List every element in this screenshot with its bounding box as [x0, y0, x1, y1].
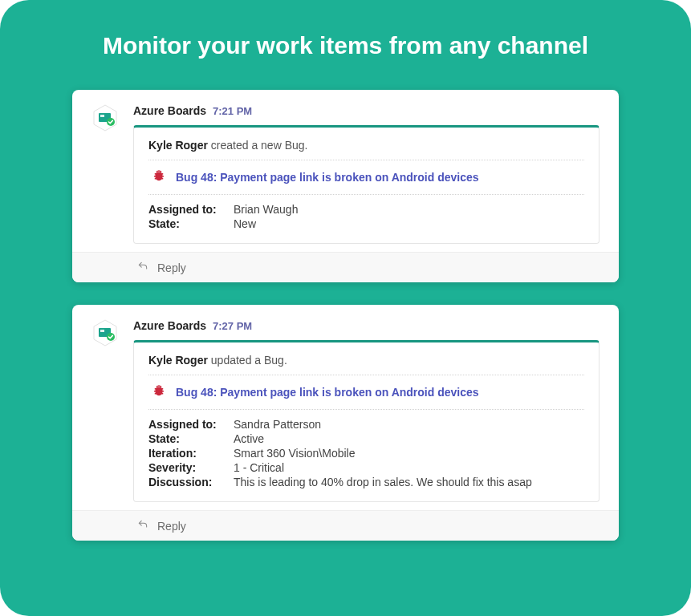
bug-icon [152, 383, 166, 401]
divider [148, 375, 584, 375]
reply-button[interactable]: Reply [72, 510, 619, 541]
field-value-iteration: Smart 360 Vision\Mobile [234, 447, 584, 460]
reply-arrow-icon [136, 261, 149, 274]
field-label-discussion: Discussion: [148, 476, 234, 488]
azure-boards-icon [91, 104, 119, 132]
field-label-state: State: [148, 432, 234, 445]
bug-icon [152, 168, 166, 186]
field-label-iteration: Iteration: [148, 447, 234, 460]
app-avatar [91, 104, 119, 132]
bug-link[interactable]: Bug 48: Payment page link is broken on A… [176, 171, 479, 184]
page-title: Monitor your work items from any channel [72, 32, 619, 59]
reply-label: Reply [157, 520, 186, 533]
actor-name: Kyle Roger [148, 139, 208, 152]
actor-name: Kyle Roger [148, 354, 208, 367]
divider [148, 409, 584, 410]
message-timestamp: 7:21 PM [213, 105, 252, 117]
activity-line: Kyle Roger created a new Bug. [148, 139, 584, 152]
field-value-assigned: Brian Waugh [234, 203, 584, 216]
app-name: Azure Boards [133, 319, 206, 332]
svg-rect-2 [100, 115, 104, 117]
field-value-state: New [234, 217, 584, 230]
field-value-state: Active [234, 432, 584, 445]
promo-frame: Monitor your work items from any channel… [0, 0, 691, 616]
message-timestamp: 7:27 PM [213, 320, 252, 332]
fields-grid: Assigned to: Brian Waugh State: New [148, 203, 584, 230]
field-value-assigned: Sandra Patterson [234, 418, 584, 431]
field-label-severity: Severity: [148, 461, 234, 474]
field-label-state: State: [148, 217, 234, 230]
field-value-severity: 1 - Critical [234, 461, 584, 474]
divider [148, 194, 584, 195]
action-text: updated a Bug. [211, 354, 287, 367]
message-card: Azure Boards 7:21 PM Kyle Roger created … [72, 90, 619, 282]
reply-button[interactable]: Reply [72, 252, 619, 282]
notification-panel: Kyle Roger created a new Bug. Bug 48: Pa… [133, 125, 600, 244]
app-avatar [91, 319, 119, 346]
app-name: Azure Boards [133, 104, 206, 117]
message-card: Azure Boards 7:27 PM Kyle Roger updated … [72, 305, 619, 541]
field-label-assigned: Assigned to: [148, 203, 234, 216]
fields-grid: Assigned to: Sandra Patterson State: Act… [148, 418, 584, 488]
field-label-assigned: Assigned to: [148, 418, 234, 431]
action-text: created a new Bug. [211, 139, 308, 152]
divider [148, 160, 584, 160]
svg-rect-6 [100, 330, 104, 332]
notification-panel: Kyle Roger updated a Bug. Bug 48: Paymen… [133, 340, 600, 502]
field-value-discussion: This is leading to 40% drop in sales. We… [234, 476, 584, 488]
reply-arrow-icon [136, 519, 149, 533]
activity-line: Kyle Roger updated a Bug. [148, 354, 584, 367]
reply-label: Reply [157, 261, 186, 274]
azure-boards-icon [91, 319, 119, 346]
bug-link[interactable]: Bug 48: Payment page link is broken on A… [176, 386, 479, 399]
